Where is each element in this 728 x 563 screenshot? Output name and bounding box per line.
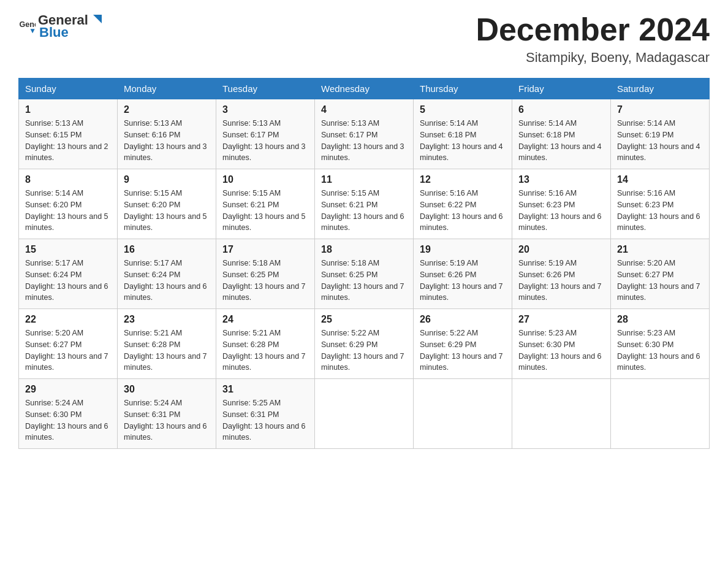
day-number: 23 [124, 314, 210, 325]
calendar-cell: 26Sunrise: 5:22 AMSunset: 6:29 PMDayligh… [414, 309, 512, 379]
day-number: 18 [321, 244, 407, 255]
day-number: 7 [617, 104, 703, 115]
page-header: General General Blue December 2024 Sitam… [18, 12, 710, 66]
day-info: Sunrise: 5:22 AMSunset: 6:29 PMDaylight:… [420, 327, 506, 373]
day-info: Sunrise: 5:23 AMSunset: 6:30 PMDaylight:… [617, 327, 703, 373]
location-subtitle: Sitampiky, Boeny, Madagascar [476, 50, 710, 66]
col-header-tuesday: Tuesday [216, 79, 315, 99]
col-header-monday: Monday [118, 79, 216, 99]
day-info: Sunrise: 5:15 AMSunset: 6:20 PMDaylight:… [124, 188, 210, 234]
day-info: Sunrise: 5:18 AMSunset: 6:25 PMDaylight:… [222, 258, 308, 304]
calendar-cell: 18Sunrise: 5:18 AMSunset: 6:25 PMDayligh… [315, 239, 414, 309]
day-info: Sunrise: 5:15 AMSunset: 6:21 PMDaylight:… [222, 188, 308, 234]
day-number: 25 [321, 314, 407, 325]
calendar-cell: 4Sunrise: 5:13 AMSunset: 6:17 PMDaylight… [315, 99, 414, 169]
calendar-cell: 17Sunrise: 5:18 AMSunset: 6:25 PMDayligh… [216, 239, 315, 309]
svg-marker-2 [93, 15, 102, 23]
calendar-cell: 31Sunrise: 5:25 AMSunset: 6:31 PMDayligh… [216, 379, 315, 449]
day-info: Sunrise: 5:21 AMSunset: 6:28 PMDaylight:… [222, 327, 308, 373]
day-info: Sunrise: 5:13 AMSunset: 6:17 PMDaylight:… [321, 118, 407, 164]
calendar-cell: 10Sunrise: 5:15 AMSunset: 6:21 PMDayligh… [216, 169, 315, 239]
day-info: Sunrise: 5:14 AMSunset: 6:19 PMDaylight:… [617, 118, 703, 164]
col-header-sunday: Sunday [19, 79, 118, 99]
day-number: 1 [25, 104, 111, 115]
day-number: 2 [124, 104, 210, 115]
col-header-thursday: Thursday [414, 79, 512, 99]
day-number: 30 [124, 384, 210, 395]
calendar-cell: 5Sunrise: 5:14 AMSunset: 6:18 PMDaylight… [414, 99, 512, 169]
calendar-cell: 27Sunrise: 5:23 AMSunset: 6:30 PMDayligh… [512, 309, 611, 379]
calendar-cell: 15Sunrise: 5:17 AMSunset: 6:24 PMDayligh… [19, 239, 118, 309]
day-number: 17 [222, 244, 308, 255]
col-header-wednesday: Wednesday [315, 79, 414, 99]
day-number: 27 [518, 314, 604, 325]
day-number: 22 [25, 314, 111, 325]
logo-triangle-icon [89, 12, 103, 26]
calendar-cell: 14Sunrise: 5:16 AMSunset: 6:23 PMDayligh… [611, 169, 710, 239]
day-number: 16 [124, 244, 210, 255]
calendar-cell: 29Sunrise: 5:24 AMSunset: 6:30 PMDayligh… [19, 379, 118, 449]
day-number: 9 [124, 174, 210, 185]
svg-text:General: General [19, 20, 36, 29]
week-row-3: 15Sunrise: 5:17 AMSunset: 6:24 PMDayligh… [19, 239, 710, 309]
day-info: Sunrise: 5:20 AMSunset: 6:27 PMDaylight:… [617, 258, 703, 304]
calendar-cell: 9Sunrise: 5:15 AMSunset: 6:20 PMDaylight… [118, 169, 216, 239]
day-number: 26 [420, 314, 506, 325]
day-info: Sunrise: 5:13 AMSunset: 6:17 PMDaylight:… [222, 118, 308, 164]
week-row-1: 1Sunrise: 5:13 AMSunset: 6:15 PMDaylight… [19, 99, 710, 169]
calendar-cell: 19Sunrise: 5:19 AMSunset: 6:26 PMDayligh… [414, 239, 512, 309]
calendar-cell: 8Sunrise: 5:14 AMSunset: 6:20 PMDaylight… [19, 169, 118, 239]
day-info: Sunrise: 5:17 AMSunset: 6:24 PMDaylight:… [25, 258, 111, 304]
day-info: Sunrise: 5:13 AMSunset: 6:15 PMDaylight:… [25, 118, 111, 164]
col-header-saturday: Saturday [611, 79, 710, 99]
calendar-cell: 7Sunrise: 5:14 AMSunset: 6:19 PMDaylight… [611, 99, 710, 169]
svg-marker-1 [31, 29, 35, 33]
calendar-cell: 30Sunrise: 5:24 AMSunset: 6:31 PMDayligh… [118, 379, 216, 449]
generalblue-logo-icon: General [18, 18, 36, 35]
calendar-cell: 13Sunrise: 5:16 AMSunset: 6:23 PMDayligh… [512, 169, 611, 239]
month-year-title: December 2024 [476, 12, 710, 47]
logo-text-blue: Blue [39, 25, 69, 40]
day-number: 29 [25, 384, 111, 395]
day-info: Sunrise: 5:13 AMSunset: 6:16 PMDaylight:… [124, 118, 210, 164]
week-row-4: 22Sunrise: 5:20 AMSunset: 6:27 PMDayligh… [19, 309, 710, 379]
day-number: 12 [420, 174, 506, 185]
day-info: Sunrise: 5:19 AMSunset: 6:26 PMDaylight:… [420, 258, 506, 304]
day-number: 21 [617, 244, 703, 255]
day-info: Sunrise: 5:24 AMSunset: 6:31 PMDaylight:… [124, 397, 210, 443]
calendar-cell: 22Sunrise: 5:20 AMSunset: 6:27 PMDayligh… [19, 309, 118, 379]
day-info: Sunrise: 5:20 AMSunset: 6:27 PMDaylight:… [25, 327, 111, 373]
day-number: 6 [518, 104, 604, 115]
calendar-cell [512, 379, 611, 449]
day-info: Sunrise: 5:23 AMSunset: 6:30 PMDaylight:… [518, 327, 604, 373]
day-number: 28 [617, 314, 703, 325]
logo: General General Blue [18, 12, 103, 40]
day-info: Sunrise: 5:17 AMSunset: 6:24 PMDaylight:… [124, 258, 210, 304]
title-block: December 2024 Sitampiky, Boeny, Madagasc… [476, 12, 710, 66]
day-info: Sunrise: 5:18 AMSunset: 6:25 PMDaylight:… [321, 258, 407, 304]
day-info: Sunrise: 5:15 AMSunset: 6:21 PMDaylight:… [321, 188, 407, 234]
calendar-header: SundayMondayTuesdayWednesdayThursdayFrid… [19, 79, 710, 99]
calendar-cell: 21Sunrise: 5:20 AMSunset: 6:27 PMDayligh… [611, 239, 710, 309]
day-number: 14 [617, 174, 703, 185]
calendar-cell: 1Sunrise: 5:13 AMSunset: 6:15 PMDaylight… [19, 99, 118, 169]
calendar-cell [315, 379, 414, 449]
day-info: Sunrise: 5:16 AMSunset: 6:23 PMDaylight:… [518, 188, 604, 234]
day-info: Sunrise: 5:25 AMSunset: 6:31 PMDaylight:… [222, 397, 308, 443]
calendar-cell: 24Sunrise: 5:21 AMSunset: 6:28 PMDayligh… [216, 309, 315, 379]
day-info: Sunrise: 5:22 AMSunset: 6:29 PMDaylight:… [321, 327, 407, 373]
day-info: Sunrise: 5:14 AMSunset: 6:18 PMDaylight:… [420, 118, 506, 164]
calendar-cell: 25Sunrise: 5:22 AMSunset: 6:29 PMDayligh… [315, 309, 414, 379]
calendar-table: SundayMondayTuesdayWednesdayThursdayFrid… [18, 78, 710, 449]
day-info: Sunrise: 5:24 AMSunset: 6:30 PMDaylight:… [25, 397, 111, 443]
calendar-cell [611, 379, 710, 449]
day-number: 3 [222, 104, 308, 115]
day-number: 20 [518, 244, 604, 255]
day-number: 24 [222, 314, 308, 325]
week-row-5: 29Sunrise: 5:24 AMSunset: 6:30 PMDayligh… [19, 379, 710, 449]
calendar-body: 1Sunrise: 5:13 AMSunset: 6:15 PMDaylight… [19, 99, 710, 449]
day-info: Sunrise: 5:19 AMSunset: 6:26 PMDaylight:… [518, 258, 604, 304]
calendar-cell: 2Sunrise: 5:13 AMSunset: 6:16 PMDaylight… [118, 99, 216, 169]
calendar-cell: 6Sunrise: 5:14 AMSunset: 6:18 PMDaylight… [512, 99, 611, 169]
day-number: 31 [222, 384, 308, 395]
